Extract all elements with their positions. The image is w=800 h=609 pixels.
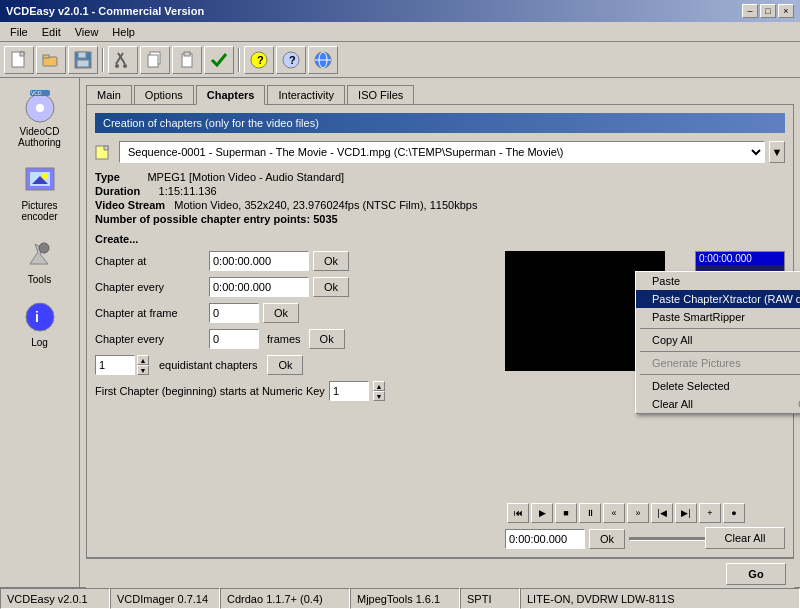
equidistant-input[interactable]: 1 bbox=[95, 355, 135, 375]
file-selector: Sequence-0001 - Superman - The Movie - V… bbox=[95, 141, 785, 163]
player-stop[interactable]: ■ bbox=[555, 503, 577, 523]
ctx-paste-smartripper[interactable]: Paste SmartRipper bbox=[636, 308, 800, 326]
svg-rect-12 bbox=[148, 55, 158, 67]
chapter-every-frames-input[interactable]: 0 bbox=[209, 329, 259, 349]
ctx-delete-selected[interactable]: Delete Selected Del bbox=[636, 377, 800, 395]
chapter-every-ok[interactable]: Ok bbox=[313, 277, 349, 297]
type-row: Type MPEG1 [Motion Video - Audio Standar… bbox=[95, 171, 785, 183]
player-goto-start[interactable]: ⏮ bbox=[507, 503, 529, 523]
duration-row: Duration 1:15:11.136 bbox=[95, 185, 785, 197]
chapter-at-frame-input[interactable]: 0 bbox=[209, 303, 259, 323]
ctx-paste[interactable]: Paste Ctrl+V bbox=[636, 272, 800, 290]
ctx-clear-all[interactable]: Clear All Ctrl+Del bbox=[636, 395, 800, 413]
save-button[interactable] bbox=[68, 46, 98, 74]
videostream-row: Video Stream Motion Video, 352x240, 23.9… bbox=[95, 199, 785, 211]
spin-down-button[interactable]: ▼ bbox=[137, 365, 149, 375]
ctx-paste-chapterxtractor[interactable]: Paste ChapterXtractor (RAW data) bbox=[636, 290, 800, 308]
info-section: Type MPEG1 [Motion Video - Audio Standar… bbox=[95, 171, 785, 225]
sidebar-item-videocd[interactable]: VCD VideoCDAuthoring bbox=[4, 82, 76, 152]
first-chapter-spin-up[interactable]: ▲ bbox=[373, 381, 385, 391]
sidebar-item-pictures[interactable]: Picturesencoder bbox=[4, 156, 76, 226]
player-play[interactable]: ▶ bbox=[531, 503, 553, 523]
menu-view[interactable]: View bbox=[69, 24, 105, 40]
create-label: Create... bbox=[95, 233, 785, 245]
player-next-frame[interactable]: ▶| bbox=[675, 503, 697, 523]
tab-chapters[interactable]: Chapters bbox=[196, 85, 266, 105]
svg-point-30 bbox=[39, 243, 49, 253]
close-button[interactable]: × bbox=[778, 4, 794, 18]
sidebar-label-log: Log bbox=[31, 337, 48, 348]
svg-rect-6 bbox=[77, 60, 89, 67]
menu-help[interactable]: Help bbox=[106, 24, 141, 40]
chapter-every-frames-label: Chapter every bbox=[95, 333, 205, 345]
sidebar: VCD VideoCDAuthoring Picturesencoder bbox=[0, 78, 80, 587]
paste-button[interactable] bbox=[172, 46, 202, 74]
sidebar-label-tools: Tools bbox=[28, 274, 51, 285]
chapter-at-label: Chapter at bbox=[95, 255, 205, 267]
new-button[interactable] bbox=[4, 46, 34, 74]
videocd-icon: VCD bbox=[20, 86, 60, 126]
player-pause[interactable]: ⏸ bbox=[579, 503, 601, 523]
chapter-at-frame-ok[interactable]: Ok bbox=[263, 303, 299, 323]
menu-file[interactable]: File bbox=[4, 24, 34, 40]
minimize-button[interactable]: – bbox=[742, 4, 758, 18]
first-chapter-spin-down[interactable]: ▼ bbox=[373, 391, 385, 401]
cut-button[interactable] bbox=[108, 46, 138, 74]
svg-text:VCD: VCD bbox=[31, 90, 42, 96]
info-button[interactable]: ? bbox=[276, 46, 306, 74]
status-spti: SPTI bbox=[460, 588, 520, 609]
tools-icon bbox=[20, 234, 60, 274]
check-button[interactable] bbox=[204, 46, 234, 74]
tab-interactivity[interactable]: Interactivity bbox=[267, 85, 345, 105]
copy-button[interactable] bbox=[140, 46, 170, 74]
time-input[interactable]: 0:00:00.000 bbox=[505, 529, 585, 549]
player-record[interactable]: ● bbox=[723, 503, 745, 523]
first-chapter-spin: ▲ ▼ bbox=[373, 381, 385, 401]
player-rewind[interactable]: « bbox=[603, 503, 625, 523]
sidebar-item-log[interactable]: i Log bbox=[4, 293, 76, 352]
svg-point-23 bbox=[36, 104, 44, 112]
status-drive: LITE-ON, DVDRW LDW-811S bbox=[520, 588, 800, 609]
equidistant-ok[interactable]: Ok bbox=[267, 355, 303, 375]
set-button[interactable]: Ok bbox=[589, 529, 625, 549]
file-combo[interactable]: Sequence-0001 - Superman - The Movie - V… bbox=[119, 141, 765, 163]
first-chapter-input[interactable]: 1 bbox=[329, 381, 369, 401]
svg-marker-34 bbox=[104, 146, 108, 150]
player-controls: ⏮ ▶ ■ ⏸ « » |◀ ▶| + ● bbox=[505, 501, 785, 525]
svg-point-31 bbox=[26, 303, 54, 331]
sidebar-label-pictures: Picturesencoder bbox=[21, 200, 57, 222]
content-area: Main Options Chapters Interactivity ISO … bbox=[80, 78, 800, 587]
form-left: Chapter at 0:00:00.000 Ok Chapter every … bbox=[95, 251, 495, 549]
svg-rect-14 bbox=[184, 52, 190, 56]
chapter-at-input[interactable]: 0:00:00.000 bbox=[209, 251, 309, 271]
clear-all-button[interactable]: Clear All bbox=[705, 527, 785, 549]
ctx-separator-3 bbox=[640, 374, 800, 375]
menu-edit[interactable]: Edit bbox=[36, 24, 67, 40]
go-btn-container: Go bbox=[86, 558, 794, 589]
chapter-list-item[interactable]: 0:00:00.000 bbox=[696, 252, 784, 265]
status-vcdeasy: VCDEasy v2.0.1 bbox=[0, 588, 110, 609]
chapter-at-ok[interactable]: Ok bbox=[313, 251, 349, 271]
open-button[interactable] bbox=[36, 46, 66, 74]
file-combo-dropdown[interactable]: ▼ bbox=[769, 141, 785, 163]
player-prev-frame[interactable]: |◀ bbox=[651, 503, 673, 523]
chapter-at-frame-label: Chapter at frame bbox=[95, 307, 205, 319]
tab-main[interactable]: Main bbox=[86, 85, 132, 105]
tab-panel-chapters: Creation of chapters (only for the video… bbox=[86, 104, 794, 558]
go-button[interactable]: Go bbox=[726, 563, 786, 585]
tab-options[interactable]: Options bbox=[134, 85, 194, 105]
form-right: 0:00:00.000 Paste Ctrl+V Paste ChapterXt… bbox=[505, 251, 785, 549]
maximize-button[interactable]: □ bbox=[760, 4, 776, 18]
chapterentry-row: Number of possible chapter entry points:… bbox=[95, 213, 785, 225]
ctx-copy-all[interactable]: Copy All Ctrl+C bbox=[636, 331, 800, 349]
chapter-every-input[interactable]: 0:00:00.000 bbox=[209, 277, 309, 297]
help-button[interactable]: ? bbox=[244, 46, 274, 74]
tab-iso-files[interactable]: ISO Files bbox=[347, 85, 414, 105]
sidebar-item-tools[interactable]: Tools bbox=[4, 230, 76, 289]
chapter-every-frames-ok[interactable]: Ok bbox=[309, 329, 345, 349]
spin-up-button[interactable]: ▲ bbox=[137, 355, 149, 365]
player-add[interactable]: + bbox=[699, 503, 721, 523]
menu-bar: File Edit View Help bbox=[0, 22, 800, 42]
globe-button[interactable] bbox=[308, 46, 338, 74]
player-forward[interactable]: » bbox=[627, 503, 649, 523]
